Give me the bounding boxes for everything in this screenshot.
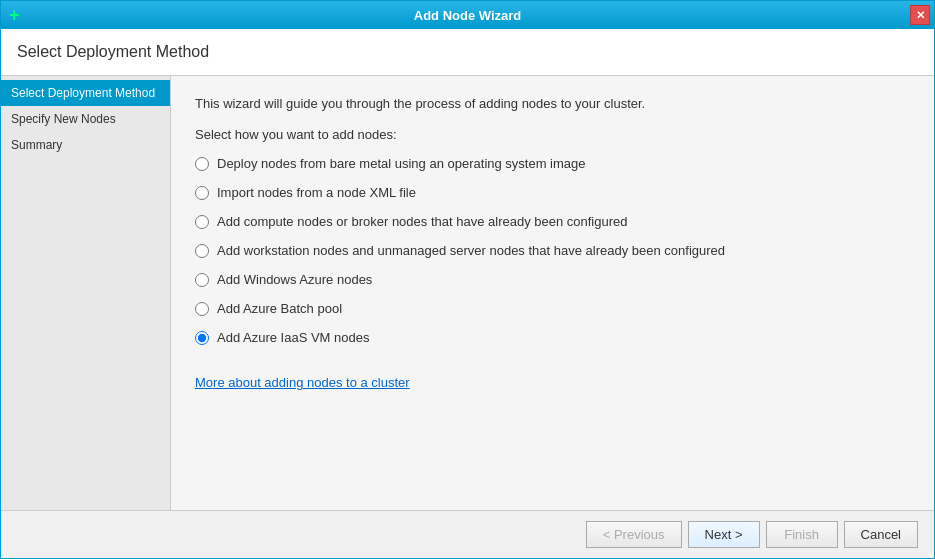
select-label: Select how you want to add nodes: (195, 127, 910, 142)
title-bar: + Add Node Wizard ✕ (1, 1, 934, 29)
radio-azure-batch[interactable] (195, 302, 209, 316)
radio-compute-broker[interactable] (195, 215, 209, 229)
link-section: More about adding nodes to a cluster (195, 375, 910, 390)
option-compute-broker[interactable]: Add compute nodes or broker nodes that h… (195, 214, 910, 229)
radio-workstation[interactable] (195, 244, 209, 258)
option-azure-iaas-label: Add Azure IaaS VM nodes (217, 330, 369, 345)
radio-xml-file[interactable] (195, 186, 209, 200)
next-button[interactable]: Next > (688, 521, 760, 548)
footer: < Previous Next > Finish Cancel (1, 510, 934, 558)
sidebar-item-summary[interactable]: Summary (1, 132, 170, 158)
title-bar-left: + (9, 5, 20, 26)
option-bare-metal-label: Deploy nodes from bare metal using an op… (217, 156, 586, 171)
page-title: Select Deployment Method (17, 43, 209, 60)
main-content: Select Deployment Method Specify New Nod… (1, 76, 934, 510)
previous-button[interactable]: < Previous (586, 521, 682, 548)
radio-bare-metal[interactable] (195, 157, 209, 171)
page-header: Select Deployment Method (1, 29, 934, 76)
intro-text: This wizard will guide you through the p… (195, 96, 910, 111)
option-windows-azure-label: Add Windows Azure nodes (217, 272, 372, 287)
close-button[interactable]: ✕ (910, 5, 930, 25)
option-workstation[interactable]: Add workstation nodes and unmanaged serv… (195, 243, 910, 258)
option-bare-metal[interactable]: Deploy nodes from bare metal using an op… (195, 156, 910, 171)
finish-button[interactable]: Finish (766, 521, 838, 548)
sidebar: Select Deployment Method Specify New Nod… (1, 76, 171, 510)
window: + Add Node Wizard ✕ Select Deployment Me… (0, 0, 935, 559)
option-xml-file-label: Import nodes from a node XML file (217, 185, 416, 200)
content-area: This wizard will guide you through the p… (171, 76, 934, 510)
radio-azure-iaas[interactable] (195, 331, 209, 345)
option-compute-broker-label: Add compute nodes or broker nodes that h… (217, 214, 628, 229)
more-link[interactable]: More about adding nodes to a cluster (195, 375, 410, 390)
sidebar-item-specify-nodes[interactable]: Specify New Nodes (1, 106, 170, 132)
plus-icon: + (9, 5, 20, 26)
option-azure-iaas[interactable]: Add Azure IaaS VM nodes (195, 330, 910, 345)
sidebar-item-select-deployment[interactable]: Select Deployment Method (1, 80, 170, 106)
option-windows-azure[interactable]: Add Windows Azure nodes (195, 272, 910, 287)
radio-group: Deploy nodes from bare metal using an op… (195, 156, 910, 345)
radio-windows-azure[interactable] (195, 273, 209, 287)
option-xml-file[interactable]: Import nodes from a node XML file (195, 185, 910, 200)
window-title: Add Node Wizard (414, 8, 522, 23)
option-azure-batch[interactable]: Add Azure Batch pool (195, 301, 910, 316)
option-workstation-label: Add workstation nodes and unmanaged serv… (217, 243, 725, 258)
cancel-button[interactable]: Cancel (844, 521, 918, 548)
option-azure-batch-label: Add Azure Batch pool (217, 301, 342, 316)
